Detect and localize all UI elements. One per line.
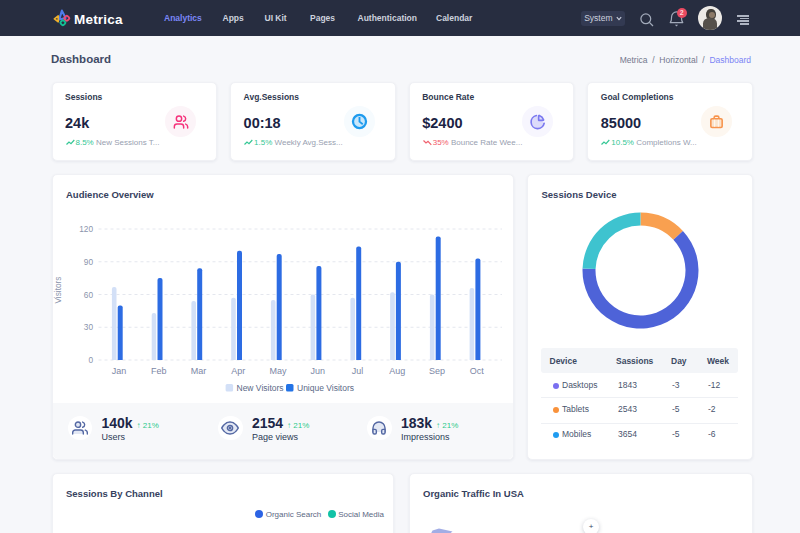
svg-text:Jul: Jul [351, 366, 363, 376]
svg-text:0: 0 [88, 355, 93, 365]
svg-text:Jan: Jan [111, 366, 126, 376]
svg-text:120: 120 [79, 224, 93, 234]
svg-text:Feb: Feb [150, 366, 166, 376]
svg-text:90: 90 [83, 257, 93, 267]
svg-text:May: May [269, 366, 287, 376]
svg-text:Unique Visitors: Unique Visitors [297, 383, 354, 393]
svg-text:Sep: Sep [428, 366, 444, 376]
svg-text:Aug: Aug [389, 366, 405, 376]
svg-text:Mar: Mar [190, 366, 206, 376]
svg-text:Jun: Jun [310, 366, 325, 376]
svg-text:New Visitors: New Visitors [236, 383, 283, 393]
svg-text:60: 60 [83, 290, 93, 300]
svg-text:Visitors: Visitors [53, 276, 63, 303]
svg-text:Oct: Oct [469, 366, 484, 376]
svg-text:Apr: Apr [231, 366, 245, 376]
svg-text:30: 30 [83, 322, 93, 332]
